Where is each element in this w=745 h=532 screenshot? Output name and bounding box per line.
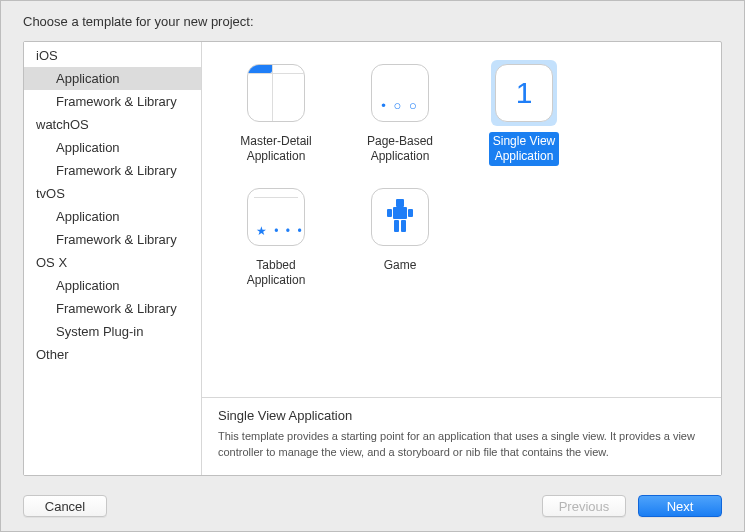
sidebar-category-tvos[interactable]: tvOS bbox=[24, 182, 201, 205]
main-panel: Master-Detail Application • ○ ○ Page-Bas… bbox=[202, 42, 721, 475]
sidebar-item-watchos-framework[interactable]: Framework & Library bbox=[24, 159, 201, 182]
svg-rect-1 bbox=[393, 207, 407, 219]
template-page-based[interactable]: • ○ ○ Page-Based Application bbox=[338, 60, 462, 166]
template-grid: Master-Detail Application • ○ ○ Page-Bas… bbox=[202, 42, 721, 397]
template-label: Master-Detail Application bbox=[236, 132, 315, 166]
sidebar-category-ios[interactable]: iOS bbox=[24, 44, 201, 67]
sidebar-category-other[interactable]: Other bbox=[24, 343, 201, 366]
description-text: This template provides a starting point … bbox=[218, 429, 705, 461]
game-icon bbox=[371, 188, 429, 246]
sidebar: iOS Application Framework & Library watc… bbox=[24, 42, 202, 475]
template-game[interactable]: Game bbox=[338, 184, 462, 290]
sidebar-item-osx-application[interactable]: Application bbox=[24, 274, 201, 297]
sidebar-item-ios-application[interactable]: Application bbox=[24, 67, 201, 90]
sidebar-category-watchos[interactable]: watchOS bbox=[24, 113, 201, 136]
sidebar-item-osx-framework[interactable]: Framework & Library bbox=[24, 297, 201, 320]
next-button[interactable]: Next bbox=[638, 495, 722, 517]
sidebar-item-watchos-application[interactable]: Application bbox=[24, 136, 201, 159]
template-label: Tabbed Application bbox=[243, 256, 310, 290]
template-label: Single View Application bbox=[489, 132, 559, 166]
page-based-icon: • ○ ○ bbox=[371, 64, 429, 122]
description-title: Single View Application bbox=[218, 408, 705, 423]
description-panel: Single View Application This template pr… bbox=[202, 397, 721, 475]
template-single-view[interactable]: 1 Single View Application bbox=[462, 60, 586, 166]
sidebar-item-tvos-framework[interactable]: Framework & Library bbox=[24, 228, 201, 251]
svg-rect-4 bbox=[394, 220, 399, 232]
single-view-icon: 1 bbox=[495, 64, 553, 122]
sidebar-item-osx-system-plugin[interactable]: System Plug-in bbox=[24, 320, 201, 343]
sidebar-category-osx[interactable]: OS X bbox=[24, 251, 201, 274]
template-chooser-window: Choose a template for your new project: … bbox=[0, 0, 745, 532]
content-box: iOS Application Framework & Library watc… bbox=[23, 41, 722, 476]
template-label: Game bbox=[380, 256, 421, 275]
svg-rect-0 bbox=[396, 199, 404, 207]
svg-rect-2 bbox=[387, 209, 392, 217]
sidebar-item-tvos-application[interactable]: Application bbox=[24, 205, 201, 228]
button-bar: Cancel Previous Next bbox=[1, 486, 744, 531]
sidebar-item-ios-framework[interactable]: Framework & Library bbox=[24, 90, 201, 113]
tabbed-icon: ★ • • • bbox=[247, 188, 305, 246]
template-master-detail[interactable]: Master-Detail Application bbox=[214, 60, 338, 166]
previous-button: Previous bbox=[542, 495, 626, 517]
master-detail-icon bbox=[247, 64, 305, 122]
header-title: Choose a template for your new project: bbox=[1, 1, 744, 37]
template-tabbed[interactable]: ★ • • • Tabbed Application bbox=[214, 184, 338, 290]
svg-rect-5 bbox=[401, 220, 406, 232]
cancel-button[interactable]: Cancel bbox=[23, 495, 107, 517]
template-label: Page-Based Application bbox=[363, 132, 437, 166]
svg-rect-3 bbox=[408, 209, 413, 217]
